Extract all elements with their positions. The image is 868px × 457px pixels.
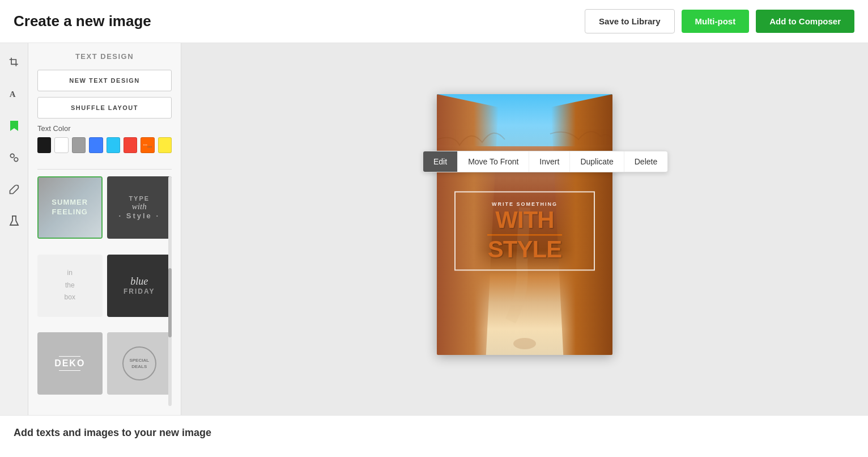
card-special-badge: SPECIALDEALS [122,346,156,380]
page-title: Create a new image [14,12,151,30]
color-swatch-black[interactable] [37,137,51,153]
footer: Add texts and images to your new image [0,415,868,450]
svg-point-2 [14,158,18,162]
image-canvas[interactable]: WRITE SOMETHING WITH STYLE [437,94,612,355]
card-inbox-content: in the box [65,267,75,304]
scrollbar-track [168,176,172,406]
svg-text:A: A [9,90,15,99]
overlay-main-style: STYLE [462,239,587,260]
text-color-label: Text Color [37,124,172,133]
header-actions: Save to Library Multi-post Add to Compos… [585,9,854,33]
svg-point-4 [513,338,536,349]
crop-icon[interactable] [4,52,24,73]
card-special-content: SPECIALDEALS [122,346,156,380]
divider [37,169,172,170]
design-card-type-style[interactable]: TYPE with · Style · [107,176,172,239]
main-layout: A TEXT DESIGN NEW TEXT DESIG [0,43,868,415]
save-library-button[interactable]: Save to Library [585,9,674,33]
new-text-design-button[interactable]: NEW TEXT DESIGN [37,70,172,91]
card-type-content: TYPE with · Style · [118,195,160,220]
color-swatch-more[interactable]: ··· [141,137,154,153]
design-card-blue-friday[interactable]: blue friday [107,255,172,317]
card-deko-line-top [59,356,80,357]
edit-button[interactable]: Edit [423,151,458,172]
context-toolbar: Edit Move To Front Invert Duplicate Dele… [423,151,668,172]
duplicate-button[interactable]: Duplicate [570,151,624,172]
card-type-label2: with [118,202,160,211]
header: Create a new image Save to Library Multi… [0,0,868,43]
color-swatch-gray[interactable] [72,137,86,153]
add-composer-button[interactable]: Add to Composer [756,10,854,33]
sidebar-icons: A [0,43,28,415]
card-inbox-label2: the [65,280,75,292]
invert-button[interactable]: Invert [529,151,570,172]
card-deko-label: DEKO [54,358,85,369]
color-swatch-red[interactable] [124,137,137,153]
card-summer-text: SUMMERFEELING [52,198,88,217]
delete-button[interactable]: Delete [624,151,667,172]
move-to-front-button[interactable]: Move To Front [458,151,529,172]
color-swatches: ··· [37,137,172,153]
multipost-button[interactable]: Multi-post [682,10,750,33]
shuffle-layout-button[interactable]: SHUFFLE LAYOUT [37,97,172,119]
panel-title: TEXT DESIGN [37,52,172,61]
card-blue-label1: blue [124,276,155,287]
scrollbar-thumb[interactable] [168,268,172,337]
design-card-in-the-box[interactable]: in the box [37,255,103,317]
design-grid-wrapper: SUMMERFEELING TYPE with · Style · in the [37,176,172,406]
card-blue-content: blue friday [124,276,155,295]
design-card-deko[interactable]: DEKO [37,332,103,395]
color-swatch-yellow[interactable] [158,137,172,153]
card-blue-label2: friday [124,287,155,295]
footer-text: Add texts and images to your new image [14,427,211,438]
overlay-main-with: WITH [462,209,587,231]
text-icon[interactable]: A [4,84,24,104]
flask-icon[interactable] [4,211,24,231]
card-type-label3: · Style · [118,211,160,220]
design-grid: SUMMERFEELING TYPE with · Style · in the [37,176,172,406]
paint-icon[interactable] [4,179,24,200]
card-deko-line-bottom [59,370,80,371]
overlay-line-divider [487,234,562,235]
text-color-section: Text Color ··· [37,124,172,153]
image-text-overlay: WRITE SOMETHING WITH STYLE [454,191,595,270]
color-swatch-white[interactable] [54,137,68,153]
design-card-special-deals[interactable]: SPECIALDEALS [107,332,172,395]
card-deko-content: DEKO [54,354,85,373]
svg-point-1 [10,154,14,158]
card-summer-inner: SUMMERFEELING [39,177,101,238]
color-swatch-blue[interactable] [89,137,103,153]
effects-icon[interactable] [4,147,24,168]
card-special-label: SPECIALDEALS [129,357,149,370]
card-inbox-label3: box [65,291,75,304]
bookmark-icon[interactable] [4,116,24,136]
card-inbox-label1: in [65,267,75,280]
text-design-panel: TEXT DESIGN NEW TEXT DESIGN SHUFFLE LAYO… [28,43,181,415]
card-type-label1: TYPE [118,195,160,202]
color-swatch-cyan[interactable] [107,137,120,153]
design-card-summer-feeling[interactable]: SUMMERFEELING [37,176,103,239]
canvas-area: Edit Move To Front Invert Duplicate Dele… [181,43,868,415]
